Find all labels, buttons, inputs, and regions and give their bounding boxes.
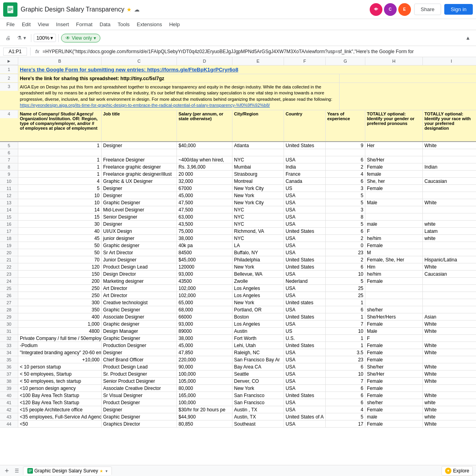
cell-44-i: White <box>423 420 476 427</box>
sheet-tab[interactable]: Graphic Design Salary Survey ★ ▾ <box>23 466 112 475</box>
title-area: Graphic Design Salary Transparency ★ ☁ <box>21 6 367 13</box>
cell-33-b: -Podium <box>18 342 102 349</box>
hyperlink-text[interactable]: Here's the Google Form for submitting ne… <box>20 67 238 73</box>
cell-14-b: 14 <box>18 206 102 213</box>
cell-26-e: Los Angeles <box>232 292 284 299</box>
share-button[interactable]: Share <box>414 4 441 15</box>
star-icon[interactable]: ★ <box>127 6 132 13</box>
view-only-button[interactable]: 👁 View only ▾ <box>61 34 100 42</box>
svg-rect-6 <box>29 472 31 472</box>
cell-5-e: Atlanta <box>232 142 284 149</box>
col-header-b[interactable]: B <box>18 57 102 65</box>
cell-21-d: $45,000 <box>177 256 232 263</box>
cell-43-c: Graphic Designer <box>102 413 177 420</box>
row-num-1: 1 <box>0 65 18 73</box>
row3-link[interactable]: https://eyeondesign.aiga.org/its-time-fo… <box>20 103 270 107</box>
menu-insert[interactable]: Insert <box>53 21 72 28</box>
zoom-control[interactable]: 100% ▾ <box>34 34 56 42</box>
table-row: 36< 10 person startupProduct Design Lead… <box>0 363 476 370</box>
menu-extensions[interactable]: Extensions <box>134 21 165 28</box>
cell-44-f: USA <box>284 420 326 427</box>
row-num-cell: 20 <box>0 249 18 256</box>
table-row: 2 Here's the link for sharing this sprea… <box>0 74 476 83</box>
cell-36-g: 6 <box>326 363 365 370</box>
cell-reference-input[interactable] <box>3 48 27 56</box>
cell-11-d: 67000 <box>177 185 232 192</box>
cell-34-g: 3.5 <box>326 349 365 356</box>
cell-43-b: <35 employees, Full-Service Ad Agency <box>18 413 102 420</box>
cell-21-h: Female, She, Her <box>365 256 423 263</box>
cell-12-b: 10 <box>18 192 102 199</box>
cell-43-e: Austin, TX <box>232 413 284 420</box>
col-header-e[interactable]: E <box>232 57 284 65</box>
row-num-cell: 16 <box>0 221 18 227</box>
table-row: 51Designer$40,000AtlantaUnited States9He… <box>0 142 476 149</box>
explore-button[interactable]: ✦ Explore <box>441 466 473 476</box>
cell-25-i <box>423 285 476 292</box>
sheet-menu-button[interactable]: ☰ <box>14 468 20 474</box>
cell-5-d: $40,000 <box>177 142 232 149</box>
col-header-f[interactable]: F <box>284 57 326 65</box>
cell-27-i <box>423 299 476 306</box>
scroll-area[interactable]: 1 Here's the Google Form for submitting … <box>0 65 476 465</box>
menu-data[interactable]: Data <box>96 21 113 28</box>
cell-29-i: Asian <box>423 313 476 320</box>
cell-37-g: 10 <box>326 370 365 377</box>
cell-15-b: 15 <box>18 213 102 220</box>
menu-format[interactable]: Format <box>73 21 96 28</box>
cell-37-i: White <box>423 370 476 377</box>
row-num-cell: 40 <box>0 392 18 399</box>
cell-16-g: 5 <box>326 221 365 227</box>
cell-10-i: Caucasian <box>423 178 476 184</box>
row-num-cell: 33 <box>0 342 18 349</box>
cell-20-f: USA <box>284 249 326 256</box>
cell-9-e: Strasbourg <box>232 171 284 177</box>
collapse-button[interactable]: ▲ <box>463 34 473 42</box>
table-row: 44<50Graphics Director80,850SoutheastUSA… <box>0 420 476 428</box>
cell-11-h: Female <box>365 185 423 192</box>
menu-file[interactable]: File <box>3 21 18 28</box>
cell-12-i <box>423 192 476 199</box>
cell-27-h <box>365 299 423 306</box>
table-row: 314800Design Manager89000AustinUS10MaleW… <box>0 328 476 335</box>
cell-28-i <box>423 306 476 313</box>
row-num-cell: 44 <box>0 420 18 427</box>
cell-44-h: Female <box>365 420 423 427</box>
add-sheet-button[interactable]: + <box>3 467 11 474</box>
cell-21-c: Junior Designer <box>102 256 177 263</box>
cell-30-e: Los Angeles <box>232 321 284 327</box>
col-header-c[interactable]: C <box>102 57 177 65</box>
col-header-h[interactable]: H <box>365 57 423 65</box>
cell-32-i <box>423 335 476 342</box>
col-header-d[interactable]: D <box>177 57 232 65</box>
cell-39-g: 6 <box>326 385 365 392</box>
cell-28-h: she/her <box>365 306 423 313</box>
row-num-2: 2 <box>0 74 18 82</box>
menu-edit[interactable]: Edit <box>19 21 34 28</box>
menu-tools[interactable]: Tools <box>114 21 132 28</box>
cell-17-g: 6 <box>326 228 365 234</box>
cell-29-c: Associate Designer <box>102 313 177 320</box>
cell-13-e: New York City <box>232 199 284 206</box>
cell-33-f: United States <box>284 342 326 349</box>
signin-button[interactable]: Sign in <box>444 4 473 15</box>
cell-40-e: San Francisco <box>232 392 284 399</box>
cell-11-i <box>423 185 476 192</box>
col-header-g[interactable]: G <box>326 57 365 65</box>
sheet-dropdown-icon[interactable]: ▾ <box>106 469 107 473</box>
cell-44-e: Southeast <box>232 420 284 427</box>
header-cell-e: City/Region <box>232 110 284 141</box>
table-row: 3 AIGA Eye on Design has put this form a… <box>0 83 476 110</box>
cell-34-h: Female <box>365 349 423 356</box>
cell-17-d: 75,000 <box>177 228 232 234</box>
menu-view[interactable]: View <box>35 21 52 28</box>
row-num-cell: 21 <box>0 256 18 263</box>
filter-button[interactable]: ⚗ ▾ <box>15 34 29 42</box>
table-row: 22120Product Design Lead120000New YorkUn… <box>0 263 476 271</box>
menu-help[interactable]: Help <box>166 21 183 28</box>
cell-33-i: White <box>423 342 476 349</box>
col-header-i[interactable]: I <box>423 57 476 65</box>
cell-10-e: Montreal <box>232 178 284 184</box>
print-button[interactable]: 🖨 <box>3 34 13 42</box>
cell-26-b: 250 <box>18 292 102 299</box>
